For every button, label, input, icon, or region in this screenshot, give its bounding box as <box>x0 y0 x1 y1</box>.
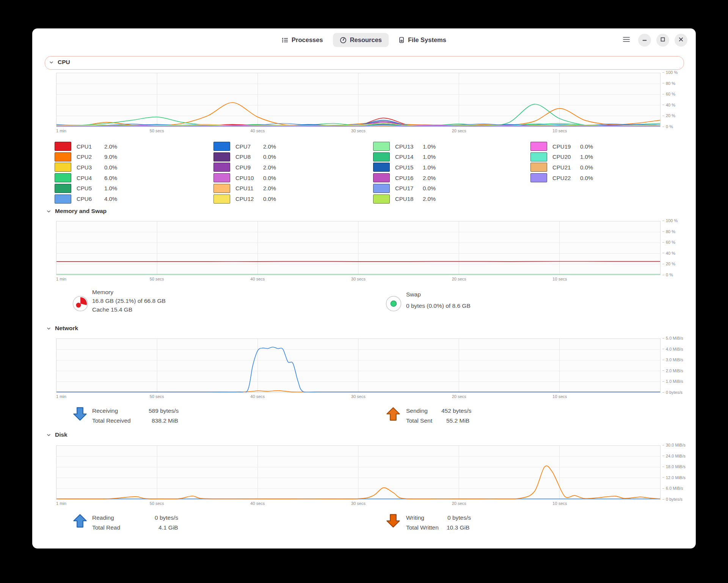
y-axis-tick-label: 0 % <box>662 124 673 129</box>
x-axis-tick-label: 50 secs <box>150 501 164 506</box>
cpu-legend-value: 2.0% <box>263 185 276 191</box>
network-y-axis: 5.0 MiB/s4.0 MiB/s3.0 MiB/s2.0 MiB/s1.0 … <box>662 339 697 393</box>
receiving-value: 589 bytes/s <box>149 407 179 414</box>
sending-up-arrow-icon <box>386 406 401 423</box>
y-axis-tick-label: 100 % <box>662 70 678 75</box>
tab-file-systems-label: File Systems <box>408 36 446 44</box>
cpu-legend-item: CPU12.0% <box>55 142 71 151</box>
cpu-legend-item: CPU190.0% <box>530 142 547 151</box>
cpu-legend-label: CPU19 <box>552 143 571 150</box>
network-section-header[interactable]: Network <box>46 325 78 332</box>
y-axis-tick-label: 40 % <box>662 251 675 255</box>
cpu-legend-item: CPU80.0% <box>213 152 230 161</box>
memory-pie-icon <box>72 296 88 313</box>
cpu-legend-item: CPU30.0% <box>55 163 71 172</box>
cpu-legend-value: 2.0% <box>263 143 276 150</box>
network-chevron-down-icon <box>46 326 51 331</box>
cpu-legend-item: CPU210.0% <box>530 163 547 172</box>
y-axis-tick-label: 4.0 MiB/s <box>662 347 683 351</box>
network-section-title: Network <box>55 325 78 332</box>
swap-dot-icon <box>386 296 402 313</box>
cpu-chart <box>56 73 661 127</box>
y-axis-tick-label: 60 % <box>662 92 675 96</box>
cpu-legend-label: CPU20 <box>552 154 571 160</box>
cpu-legend-label: CPU18 <box>395 196 413 202</box>
cpu-legend-label: CPU14 <box>395 154 413 160</box>
y-axis-tick-label: 1.0 MiB/s <box>662 379 683 384</box>
tab-resources[interactable]: Resources <box>333 33 389 47</box>
memory-cache-value: Cache 15.4 GB <box>92 306 132 313</box>
y-axis-tick-label: 80 % <box>662 229 675 234</box>
x-axis-tick-label: 20 secs <box>452 394 466 399</box>
total-sent-value: 55.2 MiB <box>446 417 469 424</box>
y-axis-tick-label: 100 % <box>662 218 678 223</box>
close-button[interactable] <box>675 34 687 47</box>
memory-value: 16.8 GB (25.1%) of 66.8 GB <box>92 298 166 304</box>
y-axis-tick-label: 6.0 MiB/s <box>662 486 683 491</box>
reading-label: Reading <box>92 514 114 521</box>
cpu-y-axis: 100 %80 %60 %40 %20 %0 % <box>662 73 697 127</box>
cpu-legend-value: 0.0% <box>263 196 276 202</box>
tab-processes-label: Processes <box>292 36 323 44</box>
x-axis-tick-label: 40 secs <box>250 277 265 281</box>
cpu-legend-item: CPU162.0% <box>373 173 390 182</box>
y-axis-tick-label: 2.0 MiB/s <box>662 368 683 373</box>
receiving-down-arrow-icon <box>72 406 88 423</box>
cpu-color-swatch <box>213 194 230 204</box>
y-axis-tick-label: 40 % <box>662 103 675 107</box>
cpu-color-swatch <box>530 142 547 151</box>
cpu-chevron-down-icon <box>49 60 54 65</box>
memory-section-header[interactable]: Memory and Swap <box>46 208 107 215</box>
total-written-label: Total Written <box>406 524 439 531</box>
cpu-legend-label: CPU11 <box>235 185 253 191</box>
cpu-legend-item: CPU92.0% <box>213 163 230 172</box>
network-x-axis: 1 min50 secs40 secs30 secs20 secs10 secs <box>56 394 661 400</box>
cpu-legend-value: 2.0% <box>423 175 436 181</box>
maximize-button[interactable] <box>656 34 669 47</box>
writing-label: Writing <box>406 514 424 521</box>
total-received-label: Total Received <box>92 417 131 424</box>
cpu-legend-value: 0.0% <box>263 175 276 181</box>
y-axis-tick-label: 30.0 MiB/s <box>662 443 686 447</box>
cpu-legend-label: CPU17 <box>395 185 413 191</box>
memory-chevron-down-icon <box>46 209 51 214</box>
total-received-value: 838.2 MiB <box>152 417 178 424</box>
cpu-legend-label: CPU9 <box>235 164 251 171</box>
memory-y-axis: 100 %80 %60 %40 %20 %0 % <box>662 221 697 275</box>
window-controls <box>620 34 687 47</box>
tab-processes[interactable]: Processes <box>275 33 330 47</box>
cpu-legend-item: CPU220.0% <box>530 173 547 182</box>
cpu-x-axis: 1 min50 secs40 secs30 secs20 secs10 secs <box>56 129 661 134</box>
cpu-color-swatch <box>213 163 230 172</box>
x-axis-tick-label: 20 secs <box>452 277 466 281</box>
cpu-legend-value: 9.0% <box>104 154 117 160</box>
y-axis-tick-label: 5.0 MiB/s <box>662 336 683 340</box>
y-axis-tick-label: 12.0 MiB/s <box>662 475 686 480</box>
cpu-legend-value: 0.0% <box>580 164 593 171</box>
x-axis-tick-label: 10 secs <box>552 394 567 399</box>
disk-section-title: Disk <box>55 431 67 438</box>
cpu-section-header[interactable]: CPU <box>49 59 70 66</box>
reading-up-arrow-icon <box>72 513 88 530</box>
cpu-legend-label: CPU8 <box>235 154 251 160</box>
disk-section-header[interactable]: Disk <box>46 431 67 438</box>
x-axis-tick-label: 20 secs <box>452 129 466 133</box>
primary-menu-button[interactable] <box>620 34 633 47</box>
cpu-color-swatch <box>373 142 390 151</box>
y-axis-tick-label: 24.0 MiB/s <box>662 454 686 458</box>
cpu-color-swatch <box>373 184 390 193</box>
cpu-legend-label: CPU7 <box>235 143 251 150</box>
cpu-legend-item: CPU141.0% <box>373 152 390 161</box>
tab-file-systems[interactable]: File Systems <box>392 33 453 47</box>
cpu-color-swatch <box>373 152 390 161</box>
cpu-legend-value: 2.0% <box>104 143 117 150</box>
x-axis-tick-label: 10 secs <box>552 501 567 506</box>
minimize-button[interactable] <box>638 34 651 47</box>
resources-gauge-icon <box>340 37 347 44</box>
reading-value: 0 bytes/s <box>155 514 178 521</box>
cpu-legend-value: 1.0% <box>423 154 436 160</box>
cpu-legend-label: CPU6 <box>77 196 92 202</box>
cpu-legend-label: CPU15 <box>395 164 413 171</box>
x-axis-tick-label: 30 secs <box>351 277 366 281</box>
maximize-icon <box>660 37 665 44</box>
